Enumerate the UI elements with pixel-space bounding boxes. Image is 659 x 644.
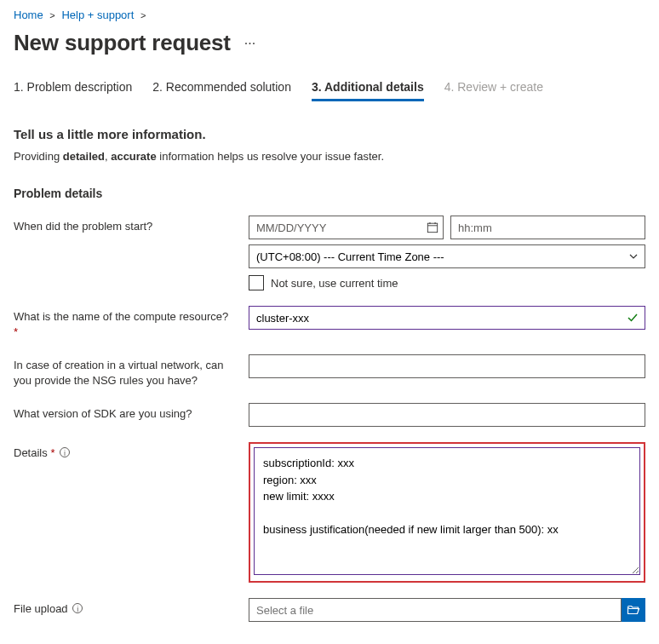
svg-rect-0: [427, 223, 437, 233]
details-highlight-box: [249, 442, 645, 583]
calendar-icon: [427, 221, 438, 233]
label-when-start: When did the problem start?: [14, 216, 235, 234]
section-heading-info: Tell us a little more information.: [14, 127, 645, 141]
breadcrumb-home[interactable]: Home: [14, 9, 43, 21]
chevron-right-icon: >: [140, 10, 146, 20]
date-input[interactable]: [249, 216, 444, 239]
label-file-upload: File upload i: [14, 598, 235, 617]
timezone-select[interactable]: (UTC+08:00) --- Current Time Zone ---: [249, 244, 645, 268]
more-actions-button[interactable]: ···: [241, 32, 259, 55]
breadcrumb-help-support[interactable]: Help + support: [61, 9, 134, 21]
chevron-right-icon: >: [49, 10, 54, 20]
label-compute-name: What is the name of the compute resource…: [14, 306, 235, 339]
tab-recommended-solution[interactable]: 2. Recommended solution: [152, 80, 291, 101]
tab-bar: 1. Problem description 2. Recommended so…: [14, 80, 645, 101]
info-icon[interactable]: i: [60, 447, 70, 457]
section-heading-problem-details: Problem details: [14, 187, 645, 200]
nsg-rules-input[interactable]: [249, 354, 645, 378]
breadcrumb: Home > Help + support >: [14, 7, 645, 30]
label-sdk-version: What version of SDK are you using?: [14, 403, 235, 422]
label-details: Details * i: [14, 442, 235, 461]
compute-name-input[interactable]: [249, 306, 645, 330]
file-browse-button[interactable]: [622, 598, 645, 622]
tab-review-create: 4. Review + create: [444, 80, 543, 101]
folder-open-icon: [627, 603, 640, 617]
tab-problem-description[interactable]: 1. Problem description: [14, 80, 132, 101]
file-upload-input[interactable]: [249, 598, 622, 622]
tab-additional-details[interactable]: 3. Additional details: [312, 80, 424, 101]
page-title: New support request: [14, 30, 231, 56]
time-input[interactable]: [450, 216, 645, 239]
checkmark-icon: [627, 312, 639, 324]
label-nsg-rules: In case of creation in a virtual network…: [14, 354, 235, 388]
sdk-version-input[interactable]: [249, 403, 645, 427]
details-textarea[interactable]: [254, 447, 640, 575]
use-current-time-label: Not sure, use current time: [271, 277, 398, 290]
use-current-time-checkbox[interactable]: [249, 275, 264, 290]
intro-text: Providing detailed, accurate information…: [14, 150, 645, 163]
info-icon[interactable]: i: [72, 603, 83, 613]
